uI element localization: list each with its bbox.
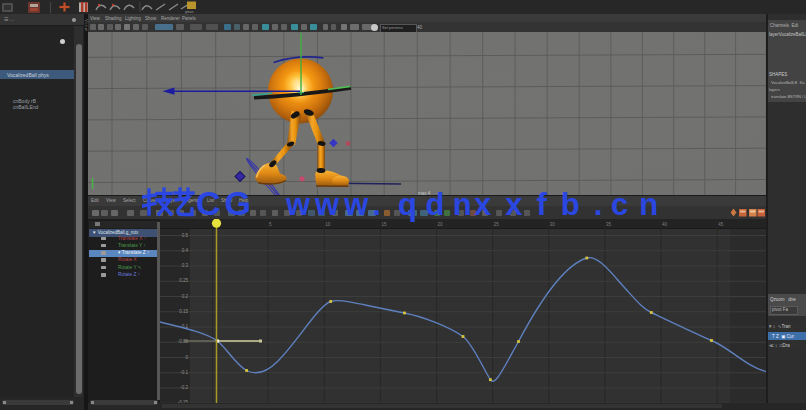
svg-text:-0.1: -0.1 [180, 370, 188, 375]
svg-text:0.25: 0.25 [179, 278, 188, 283]
svg-text:-0.2: -0.2 [180, 385, 188, 390]
svg-text:30: 30 [550, 222, 556, 227]
svg-text:35: 35 [606, 222, 612, 227]
svg-text:0.3: 0.3 [182, 263, 189, 268]
svg-text:0.5: 0.5 [182, 233, 189, 238]
svg-text:45: 45 [718, 222, 724, 227]
svg-text:0.15: 0.15 [179, 309, 188, 314]
svg-text:40: 40 [662, 222, 668, 227]
svg-text:10: 10 [325, 222, 331, 227]
svg-text:15: 15 [381, 222, 387, 227]
svg-text:0.4: 0.4 [182, 248, 189, 253]
svg-text:-0.05: -0.05 [178, 339, 189, 344]
svg-text:25: 25 [494, 222, 500, 227]
svg-text:0.2: 0.2 [182, 294, 189, 299]
svg-text:20: 20 [438, 222, 444, 227]
